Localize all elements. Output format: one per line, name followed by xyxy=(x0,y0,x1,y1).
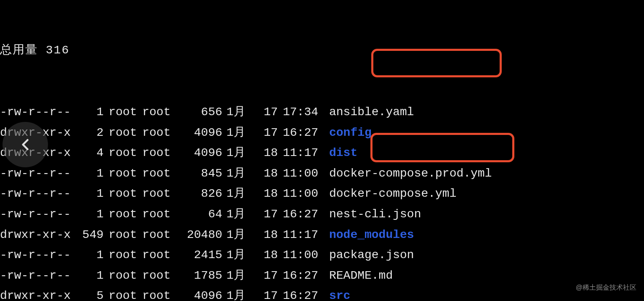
owner-cell: root xyxy=(109,286,142,301)
perms-cell: drwxr-xr-x xyxy=(0,225,76,245)
day-cell: 18 xyxy=(257,164,283,184)
day-cell: 18 xyxy=(257,184,283,204)
perms-cell: -rw-r--r-- xyxy=(0,266,76,286)
perms-cell: -rw-r--r-- xyxy=(0,164,76,184)
group-cell: root xyxy=(142,143,177,163)
list-item: -rw-r--r--1rootroot24151月1811:00package.… xyxy=(0,245,644,266)
size-cell: 4096 xyxy=(177,143,226,163)
group-cell: root xyxy=(142,164,177,184)
time-cell: 16:27 xyxy=(283,123,329,143)
size-cell: 20480 xyxy=(177,225,226,245)
time-cell: 11:17 xyxy=(283,225,329,245)
day-cell: 17 xyxy=(257,266,283,286)
directory-name: src xyxy=(329,286,350,301)
file-name: ansible.yaml xyxy=(329,102,414,122)
links-cell: 1 xyxy=(76,164,109,184)
time-cell: 16:27 xyxy=(283,286,329,301)
day-cell: 17 xyxy=(257,102,283,122)
list-item: drwxr-xr-x549rootroot204801月1811:17node_… xyxy=(0,224,644,245)
file-name: nest-cli.json xyxy=(329,204,421,224)
links-cell: 549 xyxy=(76,225,109,245)
month-cell: 1月 xyxy=(226,184,257,204)
month-cell: 1月 xyxy=(226,204,257,224)
size-cell: 4096 xyxy=(177,123,226,143)
time-cell: 16:27 xyxy=(283,266,329,286)
month-cell: 1月 xyxy=(226,143,257,163)
month-cell: 1月 xyxy=(226,245,257,265)
time-cell: 16:27 xyxy=(283,204,329,224)
day-cell: 17 xyxy=(257,123,283,143)
perms-cell: -rw-r--r-- xyxy=(0,184,76,204)
total-usage-header: 总用量 316 xyxy=(0,40,644,61)
time-cell: 17:34 xyxy=(283,102,329,122)
group-cell: root xyxy=(142,184,177,204)
file-name: docker-compose.prod.yml xyxy=(329,164,492,184)
perms-cell: -rw-r--r-- xyxy=(0,245,76,265)
day-cell: 17 xyxy=(257,286,283,301)
month-cell: 1月 xyxy=(226,286,257,301)
list-item: -rw-r--r--1rootroot641月1716:27nest-cli.j… xyxy=(0,204,644,225)
perms-cell: drwxr-xr-x xyxy=(0,286,76,301)
size-cell: 656 xyxy=(177,102,226,122)
list-item: -rw-r--r--1rootroot8451月1811:00docker-co… xyxy=(0,164,644,184)
terminal-output: 总用量 316 -rw-r--r--1rootroot6561月1717:34a… xyxy=(0,0,644,301)
time-cell: 11:17 xyxy=(283,143,329,163)
list-item: drwxr-xr-x4rootroot40961月1811:17dist xyxy=(0,143,644,164)
owner-cell: root xyxy=(109,204,142,224)
watermark-text: @稀土掘金技术社区 xyxy=(576,282,636,293)
links-cell: 1 xyxy=(76,184,109,204)
group-cell: root xyxy=(142,266,177,286)
owner-cell: root xyxy=(109,102,142,122)
size-cell: 826 xyxy=(177,184,226,204)
links-cell: 1 xyxy=(76,245,109,265)
perms-cell: -rw-r--r-- xyxy=(0,204,76,224)
owner-cell: root xyxy=(109,245,142,265)
owner-cell: root xyxy=(109,164,142,184)
group-cell: root xyxy=(142,102,177,122)
links-cell: 4 xyxy=(76,143,109,163)
day-cell: 18 xyxy=(257,225,283,245)
time-cell: 11:00 xyxy=(283,164,329,184)
size-cell: 64 xyxy=(177,204,226,224)
perms-cell: -rw-r--r-- xyxy=(0,102,76,122)
links-cell: 1 xyxy=(76,204,109,224)
size-cell: 4096 xyxy=(177,286,226,301)
time-cell: 11:00 xyxy=(283,184,329,204)
owner-cell: root xyxy=(109,266,142,286)
back-button[interactable] xyxy=(3,122,48,167)
list-item: drwxr-xr-x2rootroot40961月1716:27config xyxy=(0,122,644,143)
size-cell: 845 xyxy=(177,164,226,184)
list-item: -rw-r--r--1rootroot6561月1717:34ansible.y… xyxy=(0,102,644,123)
time-cell: 11:00 xyxy=(283,245,329,265)
day-cell: 17 xyxy=(257,204,283,224)
size-cell: 1785 xyxy=(177,266,226,286)
chevron-left-icon xyxy=(16,135,35,154)
month-cell: 1月 xyxy=(226,164,257,184)
group-cell: root xyxy=(142,225,177,245)
links-cell: 1 xyxy=(76,266,109,286)
file-name: package.json xyxy=(329,245,414,265)
links-cell: 1 xyxy=(76,102,109,122)
group-cell: root xyxy=(142,286,177,301)
owner-cell: root xyxy=(109,225,142,245)
day-cell: 18 xyxy=(257,245,283,265)
day-cell: 18 xyxy=(257,143,283,163)
list-item: drwxr-xr-x5rootroot40961月1716:27src xyxy=(0,286,644,301)
group-cell: root xyxy=(142,123,177,143)
directory-name: node_modules xyxy=(329,225,414,245)
directory-name: config xyxy=(329,123,372,143)
group-cell: root xyxy=(142,245,177,265)
list-item: -rw-r--r--1rootroot8261月1811:00docker-co… xyxy=(0,184,644,204)
file-name: README.md xyxy=(329,266,393,286)
month-cell: 1月 xyxy=(226,123,257,143)
size-cell: 2415 xyxy=(177,245,226,265)
owner-cell: root xyxy=(109,184,142,204)
owner-cell: root xyxy=(109,143,142,163)
month-cell: 1月 xyxy=(226,225,257,245)
owner-cell: root xyxy=(109,123,142,143)
file-listing: -rw-r--r--1rootroot6561月1717:34ansible.y… xyxy=(0,102,644,301)
month-cell: 1月 xyxy=(226,266,257,286)
links-cell: 2 xyxy=(76,123,109,143)
list-item: -rw-r--r--1rootroot17851月1716:27README.m… xyxy=(0,266,644,286)
directory-name: dist xyxy=(329,143,357,163)
